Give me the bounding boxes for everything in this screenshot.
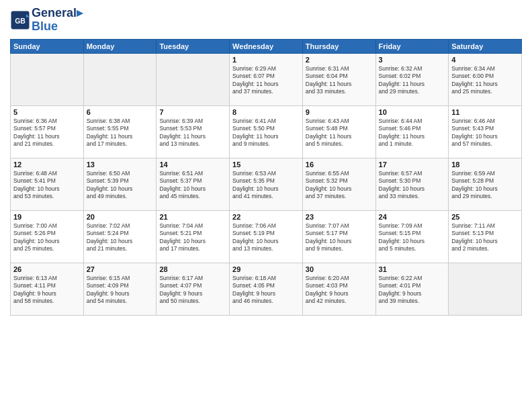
calendar-cell: 17Sunrise: 6:57 AM Sunset: 5:30 PM Dayli… <box>375 158 449 210</box>
day-number: 25 <box>451 213 519 221</box>
day-number: 7 <box>159 108 226 116</box>
week-row-4: 19Sunrise: 7:00 AM Sunset: 5:26 PM Dayli… <box>11 210 522 263</box>
calendar-cell: 5Sunrise: 6:36 AM Sunset: 5:57 PM Daylig… <box>11 105 84 158</box>
cell-info: Sunrise: 6:46 AM Sunset: 5:43 PM Dayligh… <box>451 118 519 148</box>
cell-info: Sunrise: 6:55 AM Sunset: 5:32 PM Dayligh… <box>306 170 373 201</box>
day-number: 30 <box>306 265 373 273</box>
calendar-cell: 16Sunrise: 6:55 AM Sunset: 5:32 PM Dayli… <box>302 158 375 210</box>
day-number: 18 <box>451 161 519 169</box>
day-number: 3 <box>379 56 446 64</box>
calendar-cell: 23Sunrise: 7:07 AM Sunset: 5:17 PM Dayli… <box>302 210 375 263</box>
calendar-cell: 19Sunrise: 7:00 AM Sunset: 5:26 PM Dayli… <box>11 210 84 263</box>
calendar-cell <box>157 53 230 105</box>
cell-info: Sunrise: 6:50 AM Sunset: 5:39 PM Dayligh… <box>87 170 154 201</box>
day-number: 23 <box>306 213 373 221</box>
cell-info: Sunrise: 6:22 AM Sunset: 4:01 PM Dayligh… <box>379 275 446 306</box>
day-number: 6 <box>87 108 154 116</box>
calendar-cell: 29Sunrise: 6:18 AM Sunset: 4:05 PM Dayli… <box>230 263 303 315</box>
day-number: 24 <box>379 213 446 221</box>
cell-info: Sunrise: 7:06 AM Sunset: 5:19 PM Dayligh… <box>232 222 300 253</box>
calendar-cell: 1Sunrise: 6:29 AM Sunset: 6:07 PM Daylig… <box>230 53 303 105</box>
day-number: 17 <box>379 161 446 169</box>
calendar-cell <box>449 263 522 315</box>
week-row-1: 1Sunrise: 6:29 AM Sunset: 6:07 PM Daylig… <box>11 53 522 105</box>
cell-info: Sunrise: 7:07 AM Sunset: 5:17 PM Dayligh… <box>306 222 373 253</box>
logo: GB General▸ Blue <box>10 7 83 34</box>
cell-info: Sunrise: 6:15 AM Sunset: 4:09 PM Dayligh… <box>87 275 154 306</box>
day-number: 13 <box>87 161 154 169</box>
week-row-3: 12Sunrise: 6:48 AM Sunset: 5:41 PM Dayli… <box>11 158 522 210</box>
cell-info: Sunrise: 6:20 AM Sunset: 4:03 PM Dayligh… <box>306 275 373 306</box>
day-number: 20 <box>87 213 154 221</box>
calendar-cell: 21Sunrise: 7:04 AM Sunset: 5:21 PM Dayli… <box>157 210 230 263</box>
cell-info: Sunrise: 6:41 AM Sunset: 5:50 PM Dayligh… <box>232 118 300 148</box>
calendar-cell: 22Sunrise: 7:06 AM Sunset: 5:19 PM Dayli… <box>230 210 303 263</box>
day-number: 27 <box>87 265 154 273</box>
day-number: 10 <box>379 108 446 116</box>
cell-info: Sunrise: 6:32 AM Sunset: 6:02 PM Dayligh… <box>379 65 446 96</box>
calendar-table: SundayMondayTuesdayWednesdayThursdayFrid… <box>10 39 522 316</box>
calendar-cell: 14Sunrise: 6:51 AM Sunset: 5:37 PM Dayli… <box>157 158 230 210</box>
calendar-cell: 3Sunrise: 6:32 AM Sunset: 6:02 PM Daylig… <box>375 53 449 105</box>
cell-info: Sunrise: 7:00 AM Sunset: 5:26 PM Dayligh… <box>13 222 81 253</box>
cell-info: Sunrise: 6:31 AM Sunset: 6:04 PM Dayligh… <box>306 65 373 96</box>
header: GB General▸ Blue <box>10 7 522 34</box>
day-number: 29 <box>232 265 300 273</box>
cell-info: Sunrise: 6:38 AM Sunset: 5:55 PM Dayligh… <box>87 118 154 148</box>
day-number: 22 <box>232 213 300 221</box>
day-number: 4 <box>451 56 519 64</box>
calendar-cell: 13Sunrise: 6:50 AM Sunset: 5:39 PM Dayli… <box>83 158 157 210</box>
day-number: 12 <box>13 161 81 169</box>
calendar-cell: 8Sunrise: 6:41 AM Sunset: 5:50 PM Daylig… <box>230 105 303 158</box>
weekday-header-friday: Friday <box>375 39 449 53</box>
cell-info: Sunrise: 6:44 AM Sunset: 5:46 PM Dayligh… <box>379 118 446 148</box>
cell-info: Sunrise: 6:57 AM Sunset: 5:30 PM Dayligh… <box>379 170 446 201</box>
weekday-header-row: SundayMondayTuesdayWednesdayThursdayFrid… <box>11 39 522 53</box>
calendar-cell: 6Sunrise: 6:38 AM Sunset: 5:55 PM Daylig… <box>83 105 157 158</box>
day-number: 15 <box>232 161 300 169</box>
calendar-cell: 26Sunrise: 6:13 AM Sunset: 4:11 PM Dayli… <box>11 263 84 315</box>
cell-info: Sunrise: 7:04 AM Sunset: 5:21 PM Dayligh… <box>159 222 226 253</box>
day-number: 19 <box>13 213 81 221</box>
cell-info: Sunrise: 6:29 AM Sunset: 6:07 PM Dayligh… <box>232 65 300 96</box>
weekday-header-wednesday: Wednesday <box>230 39 303 53</box>
calendar-cell: 15Sunrise: 6:53 AM Sunset: 5:35 PM Dayli… <box>230 158 303 210</box>
cell-info: Sunrise: 6:48 AM Sunset: 5:41 PM Dayligh… <box>13 170 81 201</box>
weekday-header-sunday: Sunday <box>11 39 84 53</box>
logo-text-line1: General▸ <box>32 7 83 20</box>
cell-info: Sunrise: 6:43 AM Sunset: 5:48 PM Dayligh… <box>306 118 373 148</box>
calendar-cell: 2Sunrise: 6:31 AM Sunset: 6:04 PM Daylig… <box>302 53 375 105</box>
calendar-cell: 28Sunrise: 6:17 AM Sunset: 4:07 PM Dayli… <box>157 263 230 315</box>
day-number: 31 <box>379 265 446 273</box>
day-number: 5 <box>13 108 81 116</box>
calendar-cell: 7Sunrise: 6:39 AM Sunset: 5:53 PM Daylig… <box>157 105 230 158</box>
calendar-cell: 20Sunrise: 7:02 AM Sunset: 5:24 PM Dayli… <box>83 210 157 263</box>
calendar-cell: 27Sunrise: 6:15 AM Sunset: 4:09 PM Dayli… <box>83 263 157 315</box>
weekday-header-thursday: Thursday <box>302 39 375 53</box>
calendar-cell: 25Sunrise: 7:11 AM Sunset: 5:13 PM Dayli… <box>449 210 522 263</box>
calendar-cell: 10Sunrise: 6:44 AM Sunset: 5:46 PM Dayli… <box>375 105 449 158</box>
day-number: 8 <box>232 108 300 116</box>
day-number: 16 <box>306 161 373 169</box>
calendar-cell: 30Sunrise: 6:20 AM Sunset: 4:03 PM Dayli… <box>302 263 375 315</box>
day-number: 28 <box>159 265 226 273</box>
day-number: 26 <box>13 265 81 273</box>
calendar-cell: 9Sunrise: 6:43 AM Sunset: 5:48 PM Daylig… <box>302 105 375 158</box>
day-number: 2 <box>306 56 373 64</box>
calendar-cell: 31Sunrise: 6:22 AM Sunset: 4:01 PM Dayli… <box>375 263 449 315</box>
svg-text:GB: GB <box>15 16 26 24</box>
calendar-cell: 12Sunrise: 6:48 AM Sunset: 5:41 PM Dayli… <box>11 158 84 210</box>
calendar-cell <box>11 53 84 105</box>
calendar-cell <box>83 53 157 105</box>
day-number: 14 <box>159 161 226 169</box>
day-number: 9 <box>306 108 373 116</box>
week-row-2: 5Sunrise: 6:36 AM Sunset: 5:57 PM Daylig… <box>11 105 522 158</box>
day-number: 1 <box>232 56 300 64</box>
cell-info: Sunrise: 6:51 AM Sunset: 5:37 PM Dayligh… <box>159 170 226 201</box>
week-row-5: 26Sunrise: 6:13 AM Sunset: 4:11 PM Dayli… <box>11 263 522 315</box>
cell-info: Sunrise: 6:17 AM Sunset: 4:07 PM Dayligh… <box>159 275 226 306</box>
cell-info: Sunrise: 7:02 AM Sunset: 5:24 PM Dayligh… <box>87 222 154 253</box>
calendar-cell: 11Sunrise: 6:46 AM Sunset: 5:43 PM Dayli… <box>449 105 522 158</box>
cell-info: Sunrise: 6:59 AM Sunset: 5:28 PM Dayligh… <box>451 170 519 201</box>
calendar-cell: 4Sunrise: 6:34 AM Sunset: 6:00 PM Daylig… <box>449 53 522 105</box>
